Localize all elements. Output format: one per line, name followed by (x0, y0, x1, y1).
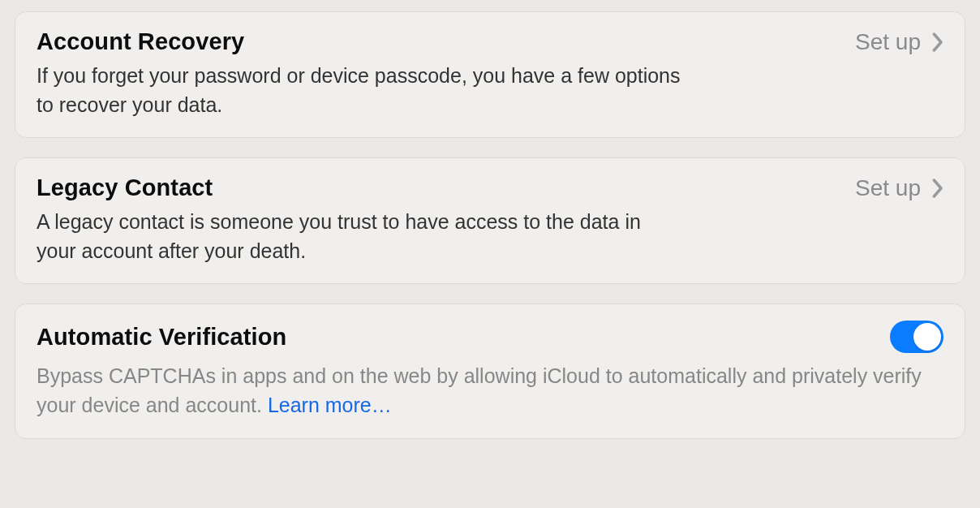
legacy-contact-card[interactable]: Legacy Contact Set up A legacy contact i… (15, 157, 965, 284)
automatic-verification-description: Bypass CAPTCHAs in apps and on the web b… (37, 361, 943, 420)
setup-label: Set up (855, 29, 921, 55)
toggle-knob (913, 323, 941, 351)
automatic-verification-title: Automatic Verification (37, 324, 286, 351)
learn-more-link[interactable]: Learn more… (268, 394, 392, 416)
setup-label: Set up (855, 175, 921, 201)
card-header: Automatic Verification (37, 321, 943, 353)
legacy-contact-description: A legacy contact is someone you trust to… (37, 208, 686, 265)
account-recovery-description: If you forget your password or device pa… (37, 62, 686, 119)
automatic-verification-toggle[interactable] (890, 321, 943, 353)
chevron-right-icon (932, 32, 943, 52)
automatic-verification-card: Automatic Verification Bypass CAPTCHAs i… (15, 304, 965, 439)
card-header: Legacy Contact Set up (37, 174, 943, 201)
legacy-contact-title: Legacy Contact (37, 174, 213, 201)
account-recovery-setup-button[interactable]: Set up (855, 29, 943, 55)
card-header: Account Recovery Set up (37, 28, 943, 55)
account-recovery-title: Account Recovery (37, 28, 244, 55)
legacy-contact-setup-button[interactable]: Set up (855, 175, 943, 201)
description-text: Bypass CAPTCHAs in apps and on the web b… (37, 364, 922, 416)
account-recovery-card[interactable]: Account Recovery Set up If you forget yo… (15, 11, 965, 138)
chevron-right-icon (932, 179, 943, 198)
